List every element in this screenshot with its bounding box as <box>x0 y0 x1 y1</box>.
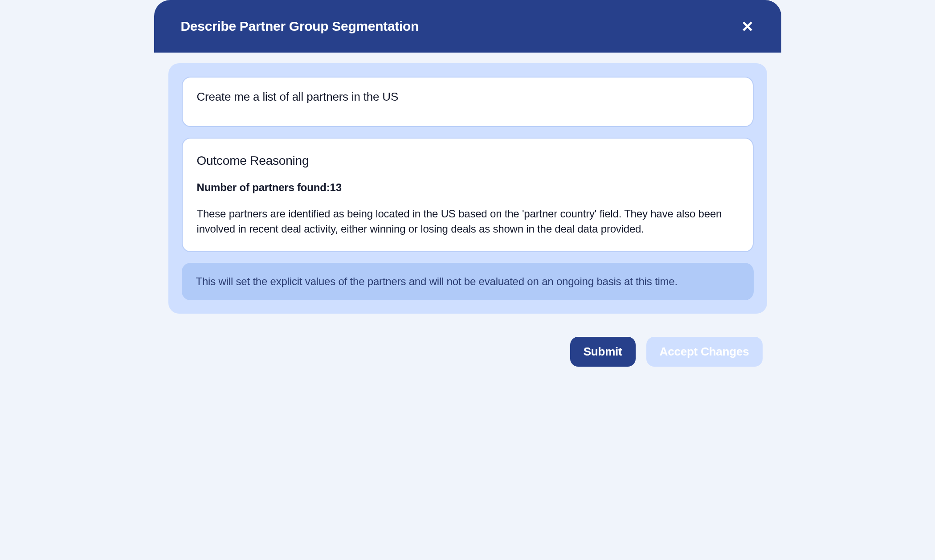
content-panel: Create me a list of all partners in the … <box>168 63 767 314</box>
modal-header: Describe Partner Group Segmentation <box>154 0 781 53</box>
info-note-text: This will set the explicit values of the… <box>196 275 739 288</box>
outcome-reasoning-card: Outcome Reasoning Number of partners fou… <box>182 138 754 252</box>
submit-button[interactable]: Submit <box>570 337 636 367</box>
partners-found-count: Number of partners found:13 <box>197 181 739 194</box>
reasoning-title: Outcome Reasoning <box>197 154 739 168</box>
prompt-input-card[interactable]: Create me a list of all partners in the … <box>182 77 754 127</box>
close-button[interactable] <box>740 19 755 33</box>
prompt-text: Create me a list of all partners in the … <box>197 90 739 104</box>
reasoning-description: These partners are identified as being l… <box>197 206 739 236</box>
accept-changes-button[interactable]: Accept Changes <box>646 337 763 367</box>
close-icon <box>740 19 755 33</box>
modal-title: Describe Partner Group Segmentation <box>181 19 419 34</box>
modal-dialog: Describe Partner Group Segmentation Crea… <box>154 0 781 384</box>
modal-body: Create me a list of all partners in the … <box>154 53 781 328</box>
modal-footer: Submit Accept Changes <box>154 328 781 384</box>
info-note-card: This will set the explicit values of the… <box>182 263 754 300</box>
